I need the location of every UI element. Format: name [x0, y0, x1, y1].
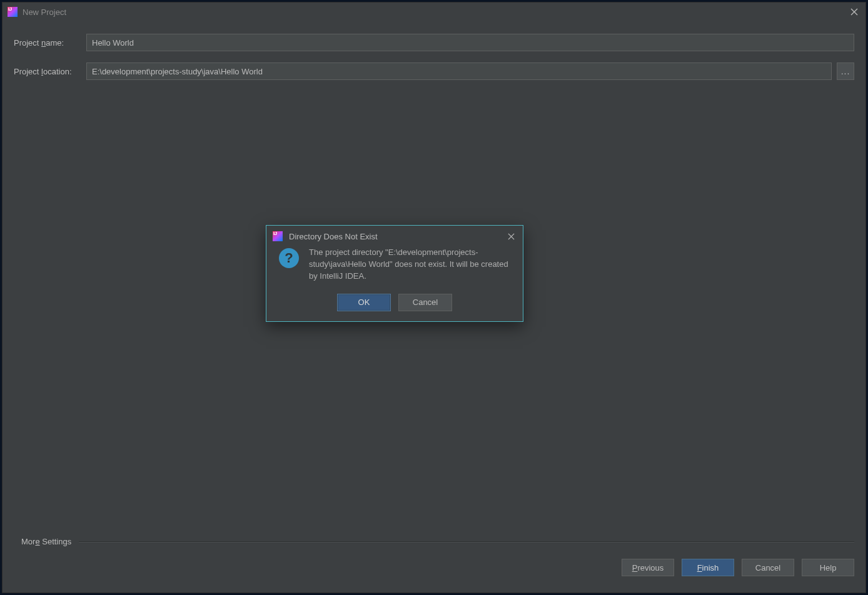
dialog-cancel-button[interactable]: Cancel — [398, 294, 452, 311]
more-settings-toggle[interactable]: More Settings — [3, 537, 865, 546]
help-button[interactable]: Help — [802, 559, 854, 576]
dialog-body: ? The project directory "E:\development\… — [266, 247, 523, 289]
window-title: New Project — [23, 8, 66, 17]
previous-button[interactable]: Previous — [622, 559, 674, 576]
form-area: Project name: Project location: ... — [3, 21, 865, 98]
footer: Previous Finish Cancel Help — [3, 546, 865, 592]
dialog-title: Directory Does Not Exist — [289, 232, 378, 241]
title-bar: New Project — [3, 2, 865, 21]
project-location-input[interactable] — [86, 62, 832, 80]
divider — [79, 541, 854, 542]
project-name-input[interactable] — [86, 34, 854, 51]
directory-not-exist-dialog: Directory Does Not Exist ? The project d… — [266, 225, 523, 322]
question-icon: ? — [279, 248, 299, 268]
finish-button[interactable]: Finish — [682, 559, 734, 576]
dialog-message: The project directory "E:\development\pr… — [309, 247, 510, 282]
cancel-button[interactable]: Cancel — [742, 559, 794, 576]
close-icon[interactable] — [848, 6, 860, 18]
dialog-title-bar: Directory Does Not Exist — [266, 226, 523, 247]
project-name-label: Project name: — [14, 38, 81, 48]
browse-button[interactable]: ... — [837, 62, 854, 80]
new-project-window: New Project Project name: Project locati… — [3, 2, 865, 592]
intellij-icon — [8, 7, 18, 17]
intellij-icon — [273, 231, 283, 241]
project-location-row: Project location: ... — [14, 62, 854, 80]
close-icon[interactable] — [505, 231, 517, 242]
project-name-row: Project name: — [14, 34, 854, 51]
more-settings-label: More Settings — [21, 537, 71, 546]
dialog-footer: OK Cancel — [266, 289, 523, 321]
ok-button[interactable]: OK — [337, 294, 391, 311]
project-location-label: Project location: — [14, 67, 81, 76]
